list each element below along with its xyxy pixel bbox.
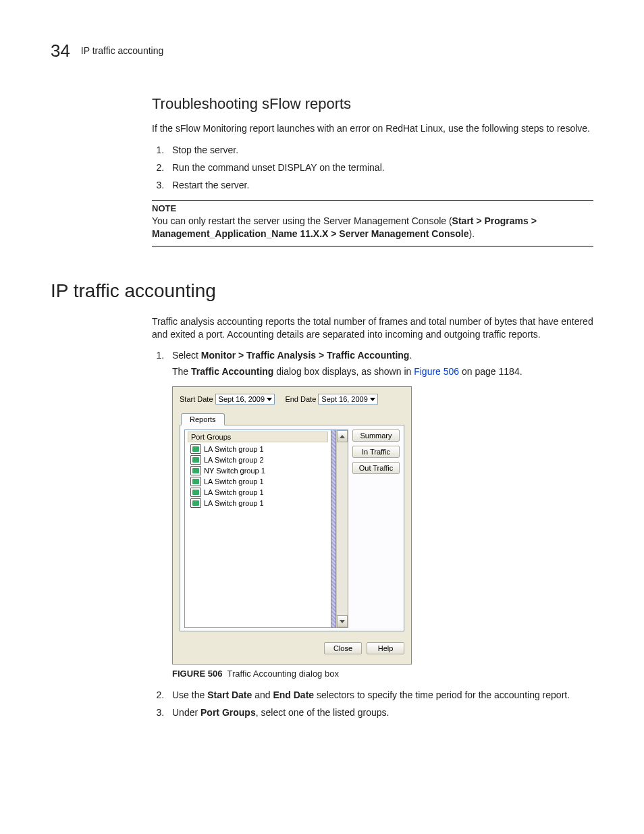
pane-divider[interactable] bbox=[331, 430, 336, 627]
step-item: Restart the server. bbox=[167, 180, 593, 190]
ipaccounting-paragraph: Traffic analysis accounting reports the … bbox=[152, 315, 593, 341]
tab-reports[interactable]: Reports bbox=[181, 413, 225, 425]
note-label: NOTE bbox=[152, 203, 593, 213]
in-traffic-button[interactable]: In Traffic bbox=[352, 446, 400, 458]
chapter-title: IP traffic accounting bbox=[81, 45, 163, 56]
port-groups-listbox: Port Groups LA Switch group 1 LA Switch … bbox=[184, 429, 348, 628]
switch-icon bbox=[190, 455, 201, 465]
ipaccounting-steps: Select Monitor > Traffic Analysis > Traf… bbox=[152, 350, 593, 718]
action-button-column: Summary In Traffic Out Traffic bbox=[348, 429, 400, 627]
switch-icon bbox=[190, 488, 201, 497]
figure-caption: FIGURE 506 Traffic Accounting dialog box bbox=[172, 669, 593, 679]
help-button[interactable]: Help bbox=[367, 642, 404, 654]
start-date-input[interactable]: Sept 16, 2009 bbox=[215, 394, 275, 405]
switch-icon bbox=[190, 477, 201, 486]
list-item[interactable]: LA Switch group 1 bbox=[188, 476, 328, 487]
figure-xref-link[interactable]: Figure 506 bbox=[414, 366, 459, 377]
traffic-accounting-dialog: Start Date Sept 16, 2009 End Date Sept 1… bbox=[172, 386, 412, 664]
summary-button[interactable]: Summary bbox=[352, 429, 400, 442]
switch-icon bbox=[190, 498, 201, 508]
list-item[interactable]: LA Switch group 2 bbox=[188, 454, 328, 465]
dialog-bottom-row: Close Help bbox=[173, 635, 411, 664]
list-item[interactable]: LA Switch group 1 bbox=[188, 498, 328, 509]
end-date-label: End Date bbox=[285, 395, 316, 403]
chapter-number: 34 bbox=[51, 41, 70, 61]
list-item[interactable]: NY Switch group 1 bbox=[188, 465, 328, 476]
list-item[interactable]: LA Switch group 1 bbox=[188, 444, 328, 454]
step-item: Select Monitor > Traffic Analysis > Traf… bbox=[167, 350, 593, 679]
switch-icon bbox=[190, 444, 201, 454]
out-traffic-button[interactable]: Out Traffic bbox=[352, 462, 400, 474]
step-item: Stop the server. bbox=[167, 145, 593, 155]
end-date-input[interactable]: Sept 16, 2009 bbox=[318, 394, 378, 405]
date-row: Start Date Sept 16, 2009 End Date Sept 1… bbox=[180, 394, 404, 405]
step-item: Run the command unset DISPLAY on the ter… bbox=[167, 162, 593, 173]
intro-paragraph: If the sFlow Monitoring report launches … bbox=[152, 122, 593, 135]
page-header: 34 IP traffic accounting bbox=[51, 41, 593, 61]
note-rule-bottom bbox=[152, 246, 593, 246]
scroll-up-button[interactable] bbox=[337, 430, 348, 442]
chevron-down-icon bbox=[340, 620, 345, 623]
close-button[interactable]: Close bbox=[324, 642, 362, 654]
section-heading-troubleshooting: Troubleshooting sFlow reports bbox=[152, 95, 593, 113]
list-item[interactable]: LA Switch group 1 bbox=[188, 487, 328, 498]
note-rule-top bbox=[152, 200, 593, 201]
switch-icon bbox=[190, 466, 201, 475]
note-body: You can only restart the server using th… bbox=[152, 215, 593, 240]
port-groups-header: Port Groups bbox=[188, 432, 328, 442]
troubleshoot-steps: Stop the server. Run the command unset D… bbox=[152, 145, 593, 190]
chevron-up-icon bbox=[340, 435, 345, 438]
step-item: Use the Start Date and End Date selector… bbox=[167, 689, 593, 700]
scrollbar[interactable] bbox=[336, 430, 348, 627]
tab-bar: Reports bbox=[180, 411, 404, 425]
section-heading-ipaccounting: IP traffic accounting bbox=[51, 280, 593, 302]
scroll-down-button[interactable] bbox=[337, 615, 348, 627]
step-item: Under Port Groups, select one of the lis… bbox=[167, 707, 593, 718]
step-subtext: The Traffic Accounting dialog box displa… bbox=[172, 366, 593, 377]
port-groups-pane: Port Groups LA Switch group 1 LA Switch … bbox=[185, 430, 331, 627]
tab-body: Port Groups LA Switch group 1 LA Switch … bbox=[180, 425, 404, 631]
start-date-label: Start Date bbox=[180, 395, 213, 403]
